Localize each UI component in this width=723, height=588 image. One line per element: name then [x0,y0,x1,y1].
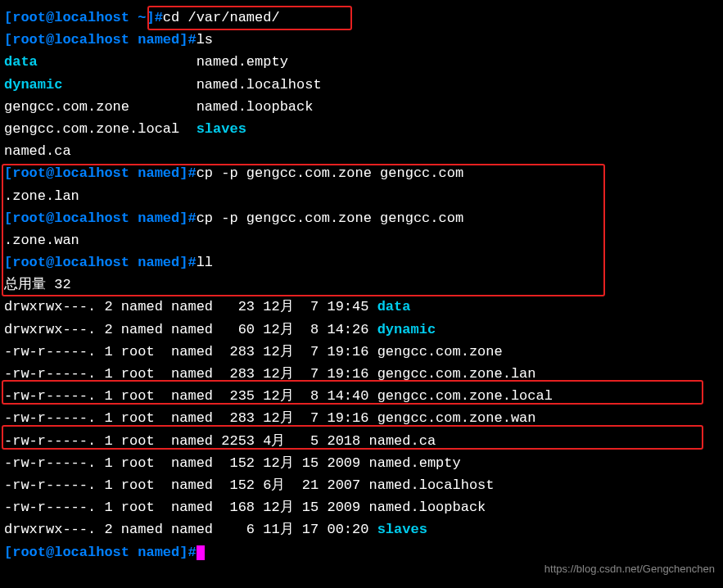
prompt-user: [root@localhost [4,32,138,47]
file-zonelocal: gengcc.com.zone.local [4,121,179,137]
prompt-path: named [138,255,179,270]
prompt-path: ~ [138,10,146,25]
command-cp2: cp -p gengcc.com.zone gengcc.com [197,210,463,226]
prompt-line-cd[interactable]: [root@localhost ~]#cd /var/named/ [4,7,719,29]
dir-name: slaves [377,522,427,537]
prompt-path: named [138,210,179,226]
file-perms: -rw-r-----. 1 root named 2253 4月 5 2018 [4,433,368,449]
command-cd: cd /var/named/ [163,10,280,25]
file-name: gengcc.com.zone.lan [377,366,536,382]
prompt-path: named [138,165,179,181]
prompt-end: ]# [146,10,162,25]
ll-row: drwxrwx---. 2 named named 23 12月 7 19:45… [4,296,719,318]
ll-row: drwxrwx---. 2 named named 6 11月 17 00:20… [4,518,719,541]
file-perms: -rw-r-----. 1 root named 152 12月 15 2009 [4,455,368,471]
ll-row: -rw-r-----. 1 root named 235 12月 8 14:40… [4,385,719,407]
file-perms: -rw-r-----. 1 root named 152 6月 21 2007 [4,477,368,493]
prompt-path: named [138,545,179,560]
command-cp2-cont: .zone.wan [4,229,719,251]
ll-row: -rw-r-----. 1 root named 283 12月 7 19:16… [4,341,719,363]
prompt-line-ls[interactable]: [root@localhost named]#ls [4,29,719,51]
file-perms: -rw-r-----. 1 root named 283 12月 7 19:16 [4,344,377,360]
prompt-user: [root@localhost [4,165,138,181]
prompt-line-cp2[interactable]: [root@localhost named]#cp -p gengcc.com.… [4,207,719,229]
command-cp1-cont: .zone.lan [4,185,719,207]
file-zone: gengcc.com.zone [4,99,129,115]
ll-row: drwxrwx---. 2 named named 60 12月 8 14:26… [4,319,719,341]
file-loopback: named.loopback [197,99,314,115]
file-name: named.empty [368,455,460,471]
dir-name: data [377,299,411,314]
ls-row1: data named.empty [4,51,719,73]
command-cp1: cp -p gengcc.com.zone gengcc.com [197,165,463,181]
file-perms: drwxrwx---. 2 named named 23 12月 7 19:45 [4,299,377,314]
prompt-user: [root@localhost [4,255,138,270]
ll-row: -rw-r-----. 1 root named 152 12月 15 2009… [4,452,719,474]
file-perms: drwxrwx---. 2 named named 60 12月 8 14:26 [4,322,377,337]
ll-row: -rw-r-----. 1 root named 152 6月 21 2007 … [4,474,719,496]
dir-dynamic: dynamic [4,77,62,93]
file-perms: -rw-r-----. 1 root named 283 12月 7 19:16 [4,366,377,382]
file-name: named.loopback [368,500,486,515]
file-perms: -rw-r-----. 1 root named 235 12月 8 14:40 [4,388,377,404]
ll-row: -rw-r-----. 1 root named 168 12月 15 2009… [4,496,719,518]
prompt-line-cp1[interactable]: [root@localhost named]#cp -p gengcc.com.… [4,162,719,184]
file-perms: -rw-r-----. 1 root named 168 12月 15 2009 [4,500,368,515]
dir-slaves: slaves [197,121,246,137]
dir-name: dynamic [377,322,436,337]
command-ll: ll [197,255,213,270]
prompt-end: ]# [179,165,196,181]
file-name: named.localhost [368,477,494,493]
prompt-user: [root@localhost [4,210,138,226]
prompt-user: [root@localhost [4,545,138,560]
prompt-end: ]# [179,545,196,560]
ls-row4: gengcc.com.zone.local slaves [4,118,719,140]
ls-row3: gengcc.com.zone named.loopback [4,96,719,118]
prompt-line-final[interactable]: [root@localhost named]# [4,541,719,563]
prompt-end: ]# [179,210,196,226]
prompt-path: named [138,32,179,47]
prompt-user: [root@localhost [4,10,138,25]
file-perms: drwxrwx---. 2 named named 6 11月 17 00:20 [4,522,377,537]
prompt-end: ]# [179,32,196,47]
command-ls: ls [197,32,213,47]
file-name: gengcc.com.zone.local [377,388,553,404]
ls-row2: dynamic named.localhost [4,74,719,96]
file-empty: named.empty [197,54,288,70]
file-name: gengcc.com.zone.wan [377,410,536,426]
total-line: 总用量 32 [4,274,719,296]
file-name: named.ca [368,433,436,449]
file-localhost: named.localhost [197,77,322,93]
ll-row: -rw-r-----. 1 root named 2253 4月 5 2018 … [4,430,719,452]
watermark: https://blog.csdn.net/Gengchenchen [545,561,715,578]
file-perms: -rw-r-----. 1 root named 283 12月 7 19:16 [4,410,377,426]
ll-row: -rw-r-----. 1 root named 283 12月 7 19:16… [4,363,719,385]
prompt-line-ll[interactable]: [root@localhost named]#ll [4,251,719,274]
ls-row5: named.ca [4,140,719,162]
ll-row: -rw-r-----. 1 root named 283 12月 7 19:16… [4,407,719,429]
file-namedca: named.ca [4,143,71,159]
file-name: gengcc.com.zone [377,344,503,360]
prompt-end: ]# [179,255,196,270]
cursor [197,545,205,560]
dir-data: data [4,54,38,70]
